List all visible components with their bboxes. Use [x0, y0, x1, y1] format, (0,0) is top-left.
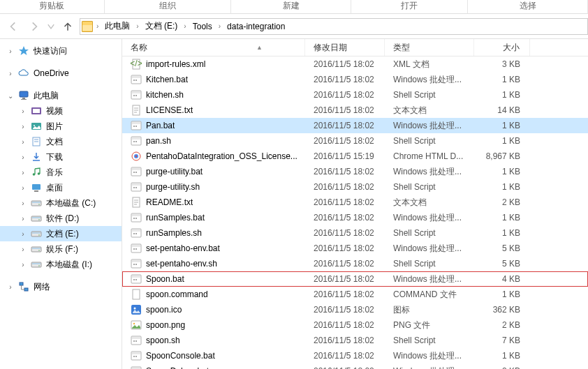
sidebar-network[interactable]: › 网络	[0, 279, 122, 294]
sidebar-onedrive[interactable]: › OneDrive	[0, 66, 122, 81]
file-name: spoon.png	[146, 320, 185, 330]
sh-file-icon	[131, 258, 142, 269]
sidebar-item-drive[interactable]: ›本地磁盘 (I:)	[0, 257, 122, 272]
sidebar-item-documents[interactable]: ›文档	[0, 134, 122, 149]
breadcrumb-tools[interactable]: Tools	[190, 19, 215, 34]
file-row[interactable]: import-rules.xml2016/11/5 18:02XML 文档3 K…	[122, 57, 588, 72]
file-row[interactable]: set-pentaho-env.bat2016/11/5 18:02Window…	[122, 241, 588, 256]
col-header-name[interactable]: 名称▲	[122, 39, 305, 56]
nav-recent-dropdown[interactable]	[46, 17, 56, 36]
sidebar-item-drive[interactable]: ›文档 (E:)	[0, 226, 122, 241]
nav-forward-button[interactable]	[25, 17, 43, 36]
network-icon	[18, 281, 29, 292]
sidebar-item-video[interactable]: ›视频	[0, 103, 122, 119]
sidebar-item-drive[interactable]: ›软件 (D:)	[0, 211, 122, 226]
file-row[interactable]: kitchen.sh2016/11/5 18:02Shell Script1 K…	[122, 87, 588, 103]
sidebar-item-label: 图片	[46, 121, 63, 133]
nav-up-button[interactable]	[59, 17, 77, 36]
chevron-right-icon[interactable]: ›	[20, 246, 27, 253]
sidebar-item-drive[interactable]: ›娱乐 (F:)	[0, 241, 122, 257]
sidebar-item-label: 本地磁盘 (I:)	[46, 259, 92, 271]
sh-file-icon	[131, 181, 142, 193]
sidebar-item-label: 本地磁盘 (C:)	[46, 197, 96, 209]
file-date: 2016/11/5 18:02	[305, 59, 385, 69]
col-header-type[interactable]: 类型	[385, 39, 474, 56]
file-row[interactable]: Spoon.bat2016/11/5 18:02Windows 批处理...4 …	[122, 271, 588, 287]
file-row[interactable]: pan.sh2016/11/5 18:02Shell Script1 KB	[122, 133, 588, 149]
ribbon-group-new: 新建	[283, 0, 300, 13]
file-row[interactable]: SpoonConsole.bat2016/11/5 18:02Windows 批…	[122, 348, 588, 363]
chevron-right-icon[interactable]: ›	[20, 184, 27, 192]
chevron-right-icon[interactable]: ›	[20, 123, 27, 130]
file-size: 1 KB	[474, 167, 530, 176]
chevron-right-icon[interactable]: ›	[20, 215, 27, 223]
col-header-date[interactable]: 修改日期	[305, 39, 385, 56]
chevron-right-icon[interactable]: ›	[20, 261, 27, 269]
chevron-right-icon[interactable]: ›	[20, 230, 27, 238]
file-type: Windows 批处理...	[385, 74, 474, 86]
chevron-right-icon[interactable]: ›	[216, 22, 223, 30]
file-row[interactable]: Pan.bat2016/11/5 18:02Windows 批处理...1 KB	[122, 118, 588, 133]
ribbon-group-select: 选择	[520, 0, 536, 13]
file-row[interactable]: PentahoDataIntegration_OSS_License...201…	[122, 149, 588, 164]
file-row[interactable]: purge-utility.bat2016/11/5 18:02Windows …	[122, 164, 588, 179]
col-header-size[interactable]: 大小	[474, 39, 530, 56]
chevron-right-icon[interactable]: ›	[20, 153, 27, 161]
sidebar-item-drive[interactable]: ›本地磁盘 (C:)	[0, 195, 122, 211]
file-row[interactable]: purge-utility.sh2016/11/5 18:02Shell Scr…	[122, 179, 588, 195]
sidebar-item-music[interactable]: ›音乐	[0, 165, 122, 180]
breadcrumb-pc[interactable]: 此电脑	[102, 19, 133, 34]
sidebar-quick-access[interactable]: › 快速访问	[0, 43, 122, 59]
file-list-pane: 名称▲ 修改日期 类型 大小 import-rules.xml2016/11/5…	[122, 39, 588, 369]
file-size: 1 KB	[474, 213, 530, 223]
sidebar-item-label: 视频	[46, 105, 63, 117]
file-size: 1 KB	[474, 182, 530, 192]
sidebar-item-label: 软件 (D:)	[46, 213, 79, 225]
bat-file-icon	[131, 243, 142, 254]
documents-icon	[31, 136, 42, 147]
file-date: 2016/11/5 15:19	[305, 151, 385, 161]
sidebar-item-desktop[interactable]: ›桌面	[0, 180, 122, 195]
file-row[interactable]: README.txt2016/11/5 18:02文本文档2 KB	[122, 195, 588, 210]
star-icon	[18, 45, 29, 57]
sidebar-item-pictures[interactable]: ›图片	[0, 119, 122, 134]
file-size: 2 KB	[474, 197, 530, 207]
file-rows: import-rules.xml2016/11/5 18:02XML 文档3 K…	[122, 57, 588, 369]
sidebar-item-downloads[interactable]: ›下载	[0, 149, 122, 165]
breadcrumb-drive[interactable]: 文档 (E:)	[142, 19, 181, 34]
chevron-right-icon[interactable]: ›	[7, 283, 14, 291]
file-date: 2016/11/5 18:02	[305, 136, 385, 146]
png-file-icon	[131, 319, 142, 331]
breadcrumb-bar[interactable]: › 此电脑 › 文档 (E:) › Tools › data-integrati…	[80, 18, 588, 35]
chevron-right-icon[interactable]: ›	[182, 22, 188, 30]
file-row[interactable]: runSamples.bat2016/11/5 18:02Windows 批处理…	[122, 210, 588, 225]
file-row[interactable]: LICENSE.txt2016/11/5 18:02文本文档14 KB	[122, 103, 588, 118]
chevron-right-icon[interactable]: ›	[94, 22, 101, 30]
breadcrumb-current[interactable]: data-integration	[224, 19, 288, 34]
chevron-right-icon[interactable]: ›	[20, 169, 27, 176]
chevron-right-icon[interactable]: ›	[7, 70, 14, 77]
file-row[interactable]: spoon.ico2016/11/5 18:02图标362 KB	[122, 302, 588, 317]
file-row[interactable]: SpoonDebug.bat2016/11/5 18:02Windows 批处理…	[122, 363, 588, 369]
file-name: spoon.command	[146, 289, 208, 299]
file-row[interactable]: spoon.png2016/11/5 18:02PNG 文件2 KB	[122, 317, 588, 333]
downloads-icon	[31, 151, 42, 163]
chevron-right-icon[interactable]: ›	[20, 199, 27, 207]
chevron-down-icon[interactable]: ⌄	[7, 92, 14, 100]
chevron-right-icon[interactable]: ›	[134, 22, 140, 30]
file-type: Windows 批处理...	[385, 212, 474, 224]
sidebar-this-pc[interactable]: ⌄ 此电脑	[0, 88, 122, 103]
file-row[interactable]: spoon.command2016/11/5 18:02COMMAND 文件1 …	[122, 287, 588, 302]
ribbon-group-open: 打开	[401, 0, 418, 13]
file-size: 8,967 KB	[474, 151, 530, 161]
file-row[interactable]: set-pentaho-env.sh2016/11/5 18:02Shell S…	[122, 256, 588, 271]
file-row[interactable]: spoon.sh2016/11/5 18:02Shell Script7 KB	[122, 333, 588, 348]
chevron-right-icon[interactable]: ›	[7, 47, 14, 55]
file-row[interactable]: runSamples.sh2016/11/5 18:02Shell Script…	[122, 225, 588, 241]
chevron-right-icon[interactable]: ›	[20, 138, 27, 146]
chevron-right-icon[interactable]: ›	[20, 107, 27, 115]
nav-back-button[interactable]	[4, 17, 22, 36]
file-name: LICENSE.txt	[146, 105, 193, 115]
file-row[interactable]: Kitchen.bat2016/11/5 18:02Windows 批处理...…	[122, 72, 588, 87]
folder-icon	[82, 21, 93, 32]
